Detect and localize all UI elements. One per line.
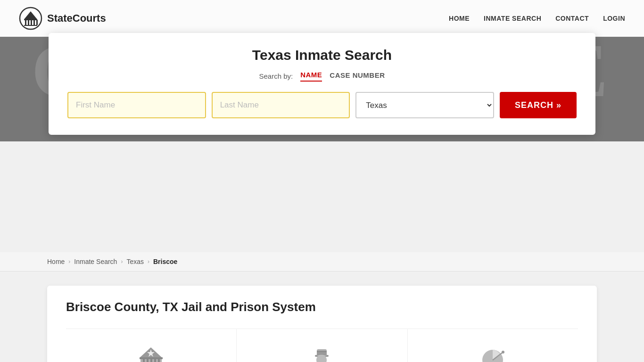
svg-rect-21 xyxy=(317,354,327,354)
stats-card-title: Briscoe County, TX Jail and Prison Syste… xyxy=(66,300,578,314)
nav-links: HOME INMATE SEARCH CONTACT LOGIN xyxy=(449,15,625,22)
stats-row: 0 Jails xyxy=(66,329,578,362)
search-fields-row: Texas Alabama Alaska Arizona Arkansas Ca… xyxy=(67,92,577,118)
last-name-input[interactable] xyxy=(212,92,350,118)
nav-contact[interactable]: CONTACT xyxy=(555,15,589,22)
stat-jails: 0 Jails xyxy=(66,329,237,362)
stat-prisoners: 0 Prisoners xyxy=(237,329,407,362)
search-button[interactable]: SEARCH » xyxy=(500,92,577,118)
breadcrumb-current: Briscoe xyxy=(153,258,177,265)
svg-rect-20 xyxy=(317,351,327,353)
prisoner-icon xyxy=(306,343,337,362)
breadcrumb-sep-3: › xyxy=(148,258,149,265)
search-by-row: Search by: NAME CASE NUMBER xyxy=(67,71,577,82)
svg-rect-13 xyxy=(154,359,156,362)
main-content: Briscoe County, TX Jail and Prison Syste… xyxy=(0,272,644,362)
state-select[interactable]: Texas Alabama Alaska Arizona Arkansas Ca… xyxy=(355,92,494,118)
svg-rect-10 xyxy=(143,359,145,362)
svg-point-25 xyxy=(502,351,504,354)
jail-icon xyxy=(136,343,166,362)
breadcrumb-inmate-search[interactable]: Inmate Search xyxy=(74,258,117,265)
search-by-label: Search by: xyxy=(259,72,293,80)
stats-card: Briscoe County, TX Jail and Prison Syste… xyxy=(47,286,597,362)
logo-icon xyxy=(19,7,42,30)
search-card-title: Texas Inmate Search xyxy=(67,47,577,63)
svg-rect-5 xyxy=(36,20,38,25)
breadcrumb-sep-2: › xyxy=(121,258,123,265)
svg-rect-14 xyxy=(158,359,160,362)
svg-rect-11 xyxy=(147,359,149,362)
stat-jail-rate: 0% Jail Rate xyxy=(408,329,578,362)
logo-text: StateCourts xyxy=(47,12,106,25)
breadcrumb-home[interactable]: Home xyxy=(47,258,65,265)
svg-rect-12 xyxy=(150,359,152,362)
chart-icon xyxy=(478,343,508,362)
first-name-input[interactable] xyxy=(67,92,206,118)
svg-rect-7 xyxy=(24,25,37,26)
svg-rect-16 xyxy=(140,357,163,359)
svg-rect-1 xyxy=(25,20,26,25)
svg-rect-6 xyxy=(24,19,37,20)
breadcrumb: Home › Inmate Search › Texas › Briscoe xyxy=(0,252,644,272)
tab-case-number[interactable]: CASE NUMBER xyxy=(330,71,385,81)
tab-name[interactable]: NAME xyxy=(300,71,322,82)
breadcrumb-sep-1: › xyxy=(68,258,70,265)
nav-login[interactable]: LOGIN xyxy=(603,15,625,22)
search-card: Texas Inmate Search Search by: NAME CASE… xyxy=(49,33,595,135)
nav-inmate-search[interactable]: INMATE SEARCH xyxy=(484,15,541,22)
breadcrumb-texas[interactable]: Texas xyxy=(126,258,144,265)
nav-bar: StateCourts HOME INMATE SEARCH CONTACT L… xyxy=(0,0,644,37)
nav-home[interactable]: HOME xyxy=(449,15,470,22)
logo[interactable]: StateCourts xyxy=(19,7,106,30)
